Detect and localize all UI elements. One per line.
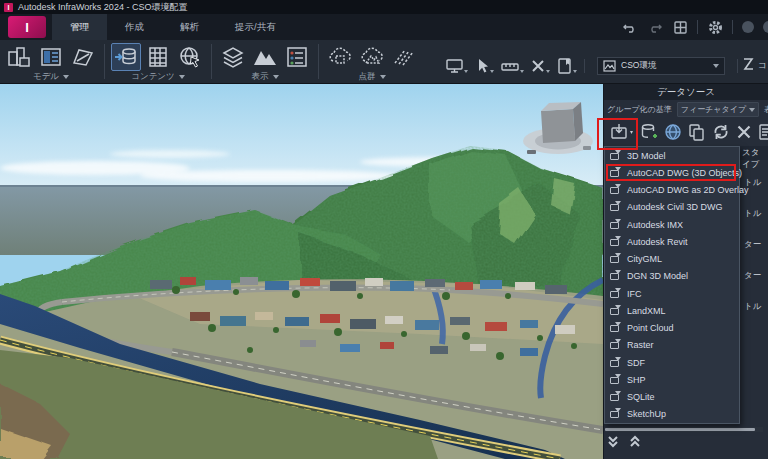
import-source-icon: [609, 375, 621, 385]
import-source-icon: [609, 254, 621, 264]
remove-button[interactable]: [736, 124, 752, 140]
app-icon: I: [4, 3, 13, 12]
menu-item[interactable]: AutoCAD DWG as 2D Overlay: [605, 182, 739, 199]
pointcloud-model-button[interactable]: [325, 43, 355, 71]
divider: [211, 44, 212, 79]
model-selector-value: CSO環境: [621, 60, 708, 72]
ribbon-tabs: 管理作成解析提示/共有: [52, 14, 294, 40]
window-title: Autodesk InfraWorks 2024 - CSO環境配置: [18, 1, 187, 14]
menu-item[interactable]: AutoCAD DWG (3D Objects): [605, 164, 739, 181]
app-window: I Autodesk InfraWorks 2024 - CSO環境配置 I 管…: [0, 0, 768, 459]
import-source-icon: [609, 409, 621, 419]
chevron-down-icon[interactable]: [63, 75, 69, 79]
divider: [732, 20, 733, 34]
legend-button[interactable]: [282, 43, 312, 71]
refresh-button[interactable]: [712, 123, 730, 141]
divider: [104, 44, 105, 79]
viewport-3d[interactable]: [0, 84, 603, 459]
panel-book-button[interactable]: [557, 58, 577, 74]
ribbon-tab[interactable]: 管理: [52, 14, 107, 40]
group-label: 点群: [359, 71, 376, 83]
duplicate-button[interactable]: [688, 123, 706, 141]
infraworks-logo-icon[interactable]: I: [8, 16, 46, 38]
web-services-globe-button[interactable]: [664, 123, 682, 141]
ribbon-tab[interactable]: 作成: [107, 14, 162, 40]
connect-database-button[interactable]: [640, 123, 658, 141]
menu-item[interactable]: Raster: [605, 337, 739, 354]
ribbon-tab[interactable]: 解析: [162, 14, 217, 40]
datasource-report-button[interactable]: [758, 123, 768, 141]
pointcloud-scan-button[interactable]: [389, 43, 419, 71]
menu-item[interactable]: SHP: [605, 371, 739, 388]
terrain-button[interactable]: [250, 43, 280, 71]
data-sources-button[interactable]: [111, 43, 141, 71]
menu-item[interactable]: LandXML: [605, 302, 739, 319]
source-type-cell: ター: [744, 270, 768, 301]
account-icon[interactable]: [742, 21, 754, 33]
data-source-type-menu: 3D Model AutoCAD DWG (3D Objects) AutoCA…: [604, 146, 740, 424]
menu-item[interactable]: Autodesk Revit: [605, 233, 739, 250]
surfaces-button[interactable]: [68, 43, 98, 71]
facade-button[interactable]: [143, 43, 173, 71]
menu-item[interactable]: IFC: [605, 285, 739, 302]
model-selector-dropdown[interactable]: CSO環境: [597, 57, 725, 75]
group-by-label: グループ化の基準: [607, 104, 672, 115]
terrain-scene: [0, 84, 603, 459]
menu-item[interactable]: SketchUp: [605, 406, 739, 423]
help-icon[interactable]: [763, 21, 768, 33]
chevron-down-icon: [573, 70, 577, 73]
display-settings-button[interactable]: [446, 58, 468, 74]
ribbon-toolbar: モデル コンテンツ: [0, 40, 768, 84]
chevron-down-icon[interactable]: [380, 75, 386, 79]
select-cursor-button[interactable]: [475, 58, 494, 74]
main-area: データソース グループ化の基準 フィーチャタイプ 表示 すべて: [0, 84, 768, 459]
style-rules-icon[interactable]: [742, 57, 754, 75]
model-city-button[interactable]: [4, 43, 34, 71]
chevron-down-icon[interactable]: [179, 75, 185, 79]
undo-button[interactable]: [622, 19, 638, 35]
group-label: モデル: [33, 71, 59, 83]
source-type-cell: トル: [744, 208, 768, 239]
import-source-icon: [609, 358, 621, 368]
viewport-tools: CSO環境 コ: [446, 40, 768, 83]
feature-type-dropdown[interactable]: フィーチャタイプ: [677, 102, 759, 117]
model-properties-button[interactable]: [36, 43, 66, 71]
divider: [318, 44, 319, 79]
menu-bar: I 管理作成解析提示/共有: [0, 14, 768, 40]
ribbon-tab[interactable]: 提示/共有: [217, 14, 294, 40]
collapse-all-button[interactable]: [606, 434, 620, 452]
menu-item[interactable]: SDF: [605, 354, 739, 371]
measure-button[interactable]: [501, 58, 524, 74]
menu-item[interactable]: Autodesk IMX: [605, 216, 739, 233]
chevron-down-icon: [713, 64, 719, 68]
pointcloud-terrain-button[interactable]: [357, 43, 387, 71]
horizontal-scrollbar[interactable]: [605, 427, 763, 432]
menu-item[interactable]: DGN 3D Model: [605, 268, 739, 285]
source-type-column-header: スタイプ: [742, 147, 768, 171]
settings-gear-icon[interactable]: [707, 19, 723, 35]
menu-item[interactable]: Autodesk Civil 3D DWG: [605, 199, 739, 216]
source-type-cell: ター: [744, 239, 768, 270]
expand-all-button[interactable]: [628, 434, 642, 452]
divider: [737, 59, 738, 73]
import-source-icon: [609, 306, 621, 316]
menu-item[interactable]: Point Cloud: [605, 320, 739, 337]
scrollbar-thumb[interactable]: [605, 428, 755, 431]
group-label: コンテンツ: [131, 71, 175, 83]
window-layout-icon[interactable]: [672, 19, 688, 35]
import-source-icon: [609, 168, 621, 178]
source-type-column: トルトルタータートル: [744, 177, 768, 332]
menu-item[interactable]: SQLite: [605, 389, 739, 406]
delete-tool-button[interactable]: [531, 58, 550, 74]
ribbon-group-model: モデル: [0, 40, 102, 83]
menu-item[interactable]: CityGML: [605, 251, 739, 268]
chevron-down-icon[interactable]: [273, 75, 279, 79]
chevron-down-icon: [749, 108, 755, 112]
panel-filter-row: グループ化の基準 フィーチャタイプ 表示 すべて: [604, 100, 768, 119]
layers-button[interactable]: [218, 43, 248, 71]
import-source-icon: [609, 151, 621, 161]
titlebar-tools: [622, 14, 768, 40]
redo-button[interactable]: [647, 19, 663, 35]
geolocation-button[interactable]: [175, 43, 205, 71]
panel-pager: [606, 434, 642, 452]
